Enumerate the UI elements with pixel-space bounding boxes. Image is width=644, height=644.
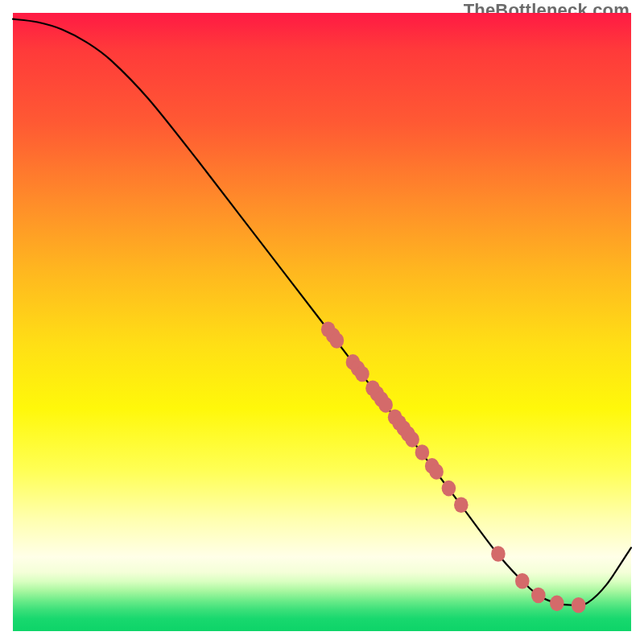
- plot-area: [13, 13, 631, 631]
- data-marker: [378, 397, 393, 413]
- data-marker: [572, 597, 586, 613]
- data-marker: [491, 546, 506, 562]
- data-marker: [515, 573, 530, 589]
- data-marker: [531, 588, 546, 604]
- marker-group: [321, 321, 586, 613]
- data-marker: [415, 444, 430, 460]
- data-marker: [550, 596, 564, 612]
- data-marker: [330, 332, 345, 349]
- data-marker: [355, 366, 369, 382]
- data-marker: [405, 431, 419, 448]
- chart-overlay: [13, 13, 631, 631]
- data-marker: [454, 497, 469, 514]
- data-marker: [429, 464, 444, 480]
- data-marker: [442, 481, 456, 497]
- bottleneck-curve: [13, 19, 631, 605]
- chart-container: TheBottleneck.com: [0, 0, 644, 644]
